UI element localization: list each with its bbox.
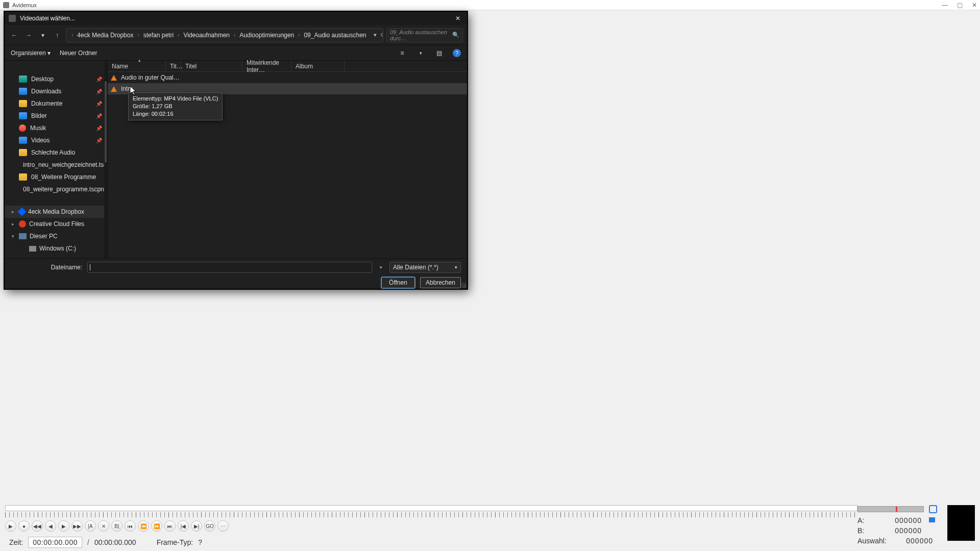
tree-twisty-icon[interactable]: ▾ (10, 234, 16, 239)
chevron-right-icon[interactable]: › (234, 32, 235, 38)
sidebar-quick-item[interactable]: Dokumente 📌 (5, 97, 107, 110)
pin-icon: 📌 (96, 89, 102, 94)
transport-button-13[interactable]: |◀ (178, 520, 189, 532)
sidebar-tree-item[interactable]: ▾ Dieser PC (5, 230, 107, 242)
sidebar-tree-item[interactable]: Windows (C:) (5, 242, 107, 255)
transport-button-12[interactable]: ⏭ (164, 520, 176, 532)
refresh-button[interactable]: ⟳ (381, 32, 383, 38)
transport-button-1[interactable]: ● (18, 520, 30, 532)
sidebar-quick-item[interactable]: Schlechte Audio (5, 146, 107, 159)
sidebar-item-label: Desktop (31, 76, 54, 83)
transport-button-15[interactable]: GO (204, 520, 215, 532)
sidebar-item-icon (19, 76, 27, 83)
file-open-dialog: Videodatei wählen... ✕ ← → ▾ ↑ › 4eck Me… (4, 11, 468, 289)
tooltip-line: Größe: 1,27 GB (133, 103, 218, 110)
search-icon: 🔍 (452, 32, 459, 38)
col-track[interactable]: Tit… (166, 61, 181, 71)
pin-icon: 📌 (96, 101, 102, 107)
tree-twisty-icon[interactable]: ▸ (10, 209, 16, 214)
col-artists[interactable]: Mitwirkende Inter… (242, 61, 291, 71)
new-folder-button[interactable]: Neuer Ordner (60, 49, 97, 57)
sidebar-quick-item[interactable]: Bilder 📌 (5, 110, 107, 122)
col-title[interactable]: Titel (181, 61, 242, 71)
filename-history-dropdown[interactable]: ▾ (377, 265, 384, 270)
dialog-footer: Dateiname: ▾ Alle Dateien (*.*)▾ Öffnen … (5, 258, 467, 289)
nav-recent-button[interactable]: ▾ (37, 30, 48, 41)
nav-back-button[interactable]: ← (9, 30, 20, 41)
chevron-right-icon[interactable]: › (298, 32, 300, 38)
sidebar-quick-item[interactable]: Videos 📌 (5, 134, 107, 146)
maximize-button[interactable]: ▢ (957, 2, 963, 9)
transport-button-10[interactable]: ⏪ (138, 520, 149, 532)
col-album[interactable]: Album (291, 61, 345, 71)
dialog-nav: ← → ▾ ↑ › 4eck Media Dropbox › stefan pe… (5, 25, 467, 45)
vu-meter (857, 506, 924, 512)
tree-twisty-icon[interactable]: ▸ (10, 221, 16, 227)
transport-button-0[interactable]: ▶ (5, 520, 16, 532)
sidebar-item-label: Dokumente (31, 100, 62, 107)
transport-button-3[interactable]: ◀ (45, 520, 56, 532)
frametype-label: Frame-Typ: (157, 538, 193, 546)
nav-forward-button[interactable]: → (23, 30, 34, 41)
transport-button-6[interactable]: |A (85, 520, 96, 532)
breadcrumb[interactable]: stefan petri (140, 31, 177, 40)
nav-up-button[interactable]: ↑ (52, 30, 63, 41)
file-filter-dropdown[interactable]: Alle Dateien (*.*)▾ (389, 262, 461, 273)
transport-button-8[interactable]: B| (111, 520, 122, 532)
breadcrumb[interactable]: 4eck Media Dropbox (74, 31, 136, 40)
sidebar-tree-item[interactable]: ▸ Creative Cloud Files (5, 218, 107, 230)
dialog-icon (9, 15, 16, 22)
time-total: 00:00:00.000 (94, 538, 136, 546)
marker-a-label: A: (857, 516, 869, 524)
cancel-button[interactable]: Abbrechen (420, 277, 461, 288)
transport-button-16[interactable]: ⋯ (217, 520, 229, 532)
file-row[interactable]: Audio in guter Qual… (108, 72, 467, 83)
chevron-right-icon[interactable]: › (178, 32, 179, 38)
file-pane: ▴ Name Tit… Titel Mitwirkende Inter… Alb… (108, 61, 467, 258)
help-button[interactable]: ? (453, 49, 461, 57)
preview-pane-toggle[interactable]: ▤ (434, 48, 444, 58)
dialog-toolbar: Organisieren ▾ Neuer Ordner ≡ ▾ ▤ ? (5, 45, 467, 61)
search-input[interactable]: 09_Audio austauschen durc… 🔍 (386, 28, 463, 42)
sidebar-quick-item[interactable]: Downloads 📌 (5, 85, 107, 97)
window-controls: — ▢ ✕ (942, 2, 977, 9)
filename-input[interactable] (87, 262, 372, 273)
sidebar-scrollbar[interactable] (104, 61, 107, 258)
organize-menu[interactable]: Organisieren ▾ (11, 49, 51, 57)
sidebar-quick-item[interactable]: 08_weitere_programme.tscproj (5, 183, 107, 195)
timeline-scrubber[interactable] (5, 505, 857, 511)
view-mode-dropdown[interactable]: ▾ (416, 48, 425, 58)
breadcrumb[interactable]: Audiooptimierungen (236, 31, 297, 40)
sidebar-quick-item[interactable]: intro_neu_weichgezeichnet.tscproj (5, 159, 107, 171)
time-current[interactable]: 00:00:00.000 (28, 537, 82, 548)
transport-button-5[interactable]: ▶▶ (71, 520, 83, 532)
transport-button-4[interactable]: ▶ (58, 520, 69, 532)
transport-button-7[interactable]: ✕ (98, 520, 109, 532)
col-name[interactable]: Name (108, 61, 166, 71)
chevron-right-icon[interactable]: › (137, 32, 139, 38)
dialog-close-button[interactable]: ✕ (453, 13, 463, 23)
pin-icon: 📌 (96, 77, 102, 82)
resize-grip[interactable] (461, 283, 466, 288)
minimize-button[interactable]: — (942, 2, 948, 9)
breadcrumb[interactable]: Videoaufnahmen (180, 31, 233, 40)
sidebar-item-label: Videos (31, 137, 50, 144)
open-button[interactable]: Öffnen (381, 277, 415, 288)
chevron-right-icon[interactable]: › (71, 32, 73, 38)
view-mode-button[interactable]: ≡ (398, 48, 407, 58)
transport-button-14[interactable]: ▶| (191, 520, 202, 532)
transport-button-9[interactable]: ⏮ (125, 520, 136, 532)
sidebar-tree-item[interactable]: ▸ 4eck Media Dropbox (5, 206, 107, 218)
address-dropdown-button[interactable]: ▾ (374, 32, 377, 38)
pin-icon: 📌 (96, 126, 102, 131)
sidebar-quick-item[interactable]: Desktop 📌 (5, 73, 107, 85)
audio-toggle-icon[interactable] (929, 505, 937, 513)
transport-button-2[interactable]: ◀◀ (32, 520, 43, 532)
dialog-titlebar[interactable]: Videodatei wählen... ✕ (5, 12, 467, 25)
address-bar[interactable]: › 4eck Media Dropbox › stefan petri › Vi… (66, 28, 383, 42)
close-button[interactable]: ✕ (972, 2, 977, 9)
sidebar-quick-item[interactable]: Musik 📌 (5, 122, 107, 134)
sidebar-quick-item[interactable]: 08_Weitere Programme (5, 171, 107, 183)
breadcrumb[interactable]: 09_Audio austauschen (301, 31, 369, 40)
transport-button-11[interactable]: ⏩ (151, 520, 162, 532)
